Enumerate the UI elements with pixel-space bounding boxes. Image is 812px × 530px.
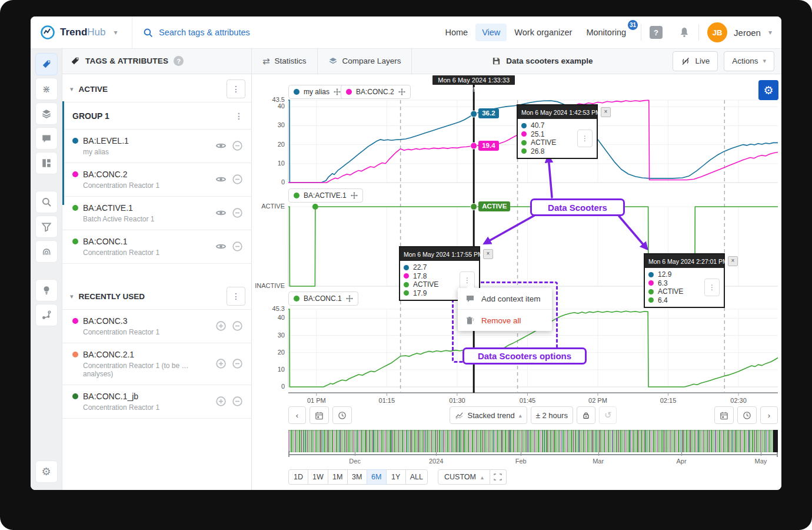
pan-left-button[interactable]: ‹ [288,406,306,424]
start-date-button[interactable] [310,406,329,424]
zoom-option-all[interactable]: ALL [405,469,428,485]
data-scooter-tooltip-3[interactable]: Mon 6 May 2024 2:27:01 PM × 12.9 6.3 ACT… [644,253,725,308]
rail-dashboard-icon[interactable] [35,152,58,174]
add-circle-icon[interactable] [215,396,227,407]
rail-fingerprint-icon[interactable] [35,240,58,263]
end-date-button[interactable] [714,406,734,424]
remove-circle-icon[interactable] [232,358,243,369]
rail-filter-icon[interactable] [35,216,58,238]
tag-row-ba-conc-1-jb[interactable]: BA:CONC.1_jb Concentration Reactor 1 [62,385,251,419]
zoom-option-3m[interactable]: 3M [347,469,367,485]
icon-rail: ⋇ ⚙ [31,48,62,490]
tag-row-ba-level-1[interactable]: BA:LEVEL.1 my alias [62,130,251,163]
zoom-bar: 1D1W1M3M6M1YALL CUSTOM ▴ [288,469,507,485]
zoom-option-1w[interactable]: 1W [308,469,328,485]
move-icon[interactable] [346,295,353,302]
remove-circle-icon[interactable] [232,207,243,218]
history-button[interactable]: ↺ [599,406,617,424]
timeline-month-label: May [746,458,776,465]
overview-strip[interactable] [288,430,778,452]
remove-circle-icon[interactable] [232,174,243,185]
statistics-tab[interactable]: ⇄ Statistics [251,48,318,74]
tag-row-ba-conc-3[interactable]: BA:CONC.3 Concentration Reactor 1 [62,309,251,343]
visibility-eye-icon[interactable] [215,241,227,252]
lock-range-button[interactable] [577,406,595,424]
search-bar[interactable]: Search tags & attributes [132,28,438,38]
pan-right-button[interactable]: › [760,406,778,424]
close-icon[interactable]: × [728,256,738,266]
close-icon[interactable]: × [483,249,493,259]
rail-formulas-icon[interactable]: ⋇ [35,78,58,100]
timeline-tick [436,452,437,456]
compare-layers-tab[interactable]: Compare Layers [318,48,412,74]
live-toggle-button[interactable]: Live [673,51,718,71]
zoom-option-6m[interactable]: 6M [367,469,387,485]
move-icon[interactable] [398,88,405,95]
panel-help-icon[interactable]: ? [174,56,184,66]
add-circle-icon[interactable] [215,320,227,332]
notifications-bell-icon[interactable] [678,26,690,38]
time-range-button[interactable]: ± 2 hours [531,406,573,424]
nav-work-organizer[interactable]: Work organizer [508,24,578,41]
scooter-menu-button[interactable]: ⋮ [577,130,593,147]
zoom-option-1d[interactable]: 1D [288,469,308,485]
legend-chip-my-alias[interactable]: my alias [288,85,346,99]
brand-menu[interactable]: TrendHub ▾ [31,16,132,48]
y-tick-label: 10 [251,366,285,373]
remove-circle-icon[interactable] [232,140,243,151]
visibility-eye-icon[interactable] [215,207,227,218]
chevron-down-icon[interactable]: ▾ [70,293,74,300]
move-icon[interactable] [351,192,358,199]
rail-ideas-icon[interactable] [35,279,58,302]
visibility-eye-icon[interactable] [215,174,227,185]
nav-view[interactable]: View [475,24,507,41]
custom-range-dropdown[interactable]: CUSTOM ▴ [438,469,490,485]
rail-search-icon[interactable] [35,191,58,213]
range-slider-handle[interactable] [773,430,778,452]
chevron-down-icon[interactable]: ▾ [70,85,74,93]
chart-settings-gear-button[interactable]: ⚙ [758,80,778,100]
rail-context-icon[interactable] [35,127,58,150]
tag-row-ba-conc-2-1[interactable]: BA:CONC.2.1 Concentration Reactor 1 (to … [62,343,251,385]
group-menu-icon[interactable]: ⋮ [235,111,243,121]
zoom-option-1m[interactable]: 1M [328,469,348,485]
visibility-eye-icon[interactable] [215,140,227,151]
tag-row-ba-active-1[interactable]: BA:ACTIVE.1 Batch Active Reactor 1 [62,197,251,230]
rail-layers-icon[interactable] [35,102,58,125]
tag-row-ba-conc-2[interactable]: BA:CONC.2 Concentration Reactor 1 [62,163,251,197]
user-menu-caret-icon[interactable]: ▾ [768,28,772,37]
section-menu-button[interactable]: ⋮ [227,80,245,98]
legend-chip-ba-conc-2[interactable]: BA:CONC.2 [341,85,411,99]
remove-circle-icon[interactable] [232,396,243,407]
legend-chip-ba-active-1[interactable]: BA:ACTIVE.1 [288,188,363,203]
save-icon[interactable] [492,57,501,65]
trash-icon [465,316,475,325]
data-scooter-tooltip-1[interactable]: Mon 6 May 2024 1:42:53 PM × 40.7 25.1 AC… [517,104,598,159]
end-time-button[interactable] [737,406,757,424]
chart-type-dropdown[interactable]: Stacked trend ▴ [450,406,527,424]
nav-monitoring[interactable]: Monitoring 31 [580,24,633,41]
user-avatar[interactable]: JB [707,22,727,42]
group-1-row[interactable]: GROUP 1 ⋮ [62,102,251,130]
rail-connections-icon[interactable] [35,304,58,326]
help-icon[interactable]: ? [650,26,663,39]
section-menu-button[interactable]: ⋮ [227,287,245,306]
actions-dropdown-button[interactable]: Actions ▾ [724,51,774,71]
close-icon[interactable]: × [601,107,611,117]
zoom-option-1y[interactable]: 1Y [386,469,406,485]
add-context-item-menuitem[interactable]: Add context item [458,288,552,309]
remove-all-menuitem[interactable]: Remove all [458,309,552,331]
add-circle-icon[interactable] [215,358,227,369]
rail-tags-icon[interactable] [35,53,58,75]
move-icon[interactable] [334,88,341,95]
rail-settings-gear-icon[interactable]: ⚙ [35,461,58,483]
nav-home[interactable]: Home [438,24,474,41]
snapshot-icon[interactable] [490,469,507,485]
remove-circle-icon[interactable] [232,320,243,332]
legend-chip-ba-conc-1[interactable]: BA:CONC.1 [288,292,358,306]
remove-circle-icon[interactable] [232,241,243,252]
start-time-button[interactable] [332,406,352,424]
tag-row-ba-conc-1[interactable]: BA:CONC.1 Concentration Reactor 1 [62,230,251,264]
series-color-dot [72,205,78,211]
scooter-menu-button[interactable]: ⋮ [704,279,720,296]
